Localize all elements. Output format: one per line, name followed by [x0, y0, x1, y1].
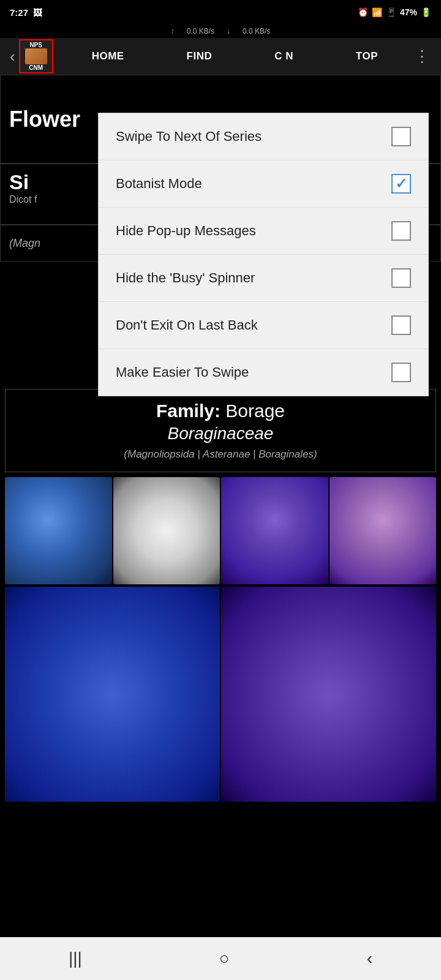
network-up-arrow: ↑	[171, 27, 175, 36]
family-title: Family: Borage	[15, 401, 426, 421]
checkbox-easier-swipe[interactable]	[391, 363, 411, 382]
logo-cnm: CNM	[29, 64, 43, 71]
status-left: 7:27 🖼	[10, 7, 42, 18]
checkbox-swipe[interactable]	[391, 127, 411, 146]
battery-percent: 47%	[400, 7, 417, 17]
photo-white-1[interactable]	[113, 477, 221, 584]
nav-cn[interactable]: C N	[268, 48, 300, 65]
dropdown-label-hide-popup: Hide Pop-up Messages	[116, 223, 256, 239]
dropdown-item-dont-exit[interactable]: Don't Exit On Last Back	[99, 302, 428, 349]
network-down-speed: 0.0 KB/s	[243, 27, 270, 36]
family-classification: (Magnoliopsida | Asteranae | Boraginales…	[15, 448, 426, 461]
dropdown-label-easier-swipe: Make Easier To Swipe	[116, 364, 249, 380]
photo-icon: 🖼	[33, 7, 42, 18]
magno-text: (Magn	[9, 237, 40, 250]
dropdown-menu: Swipe To Next Of Series Botanist Mode ✓ …	[98, 113, 429, 396]
checkmark-icon: ✓	[395, 176, 407, 191]
dropdown-label-botanist: Botanist Mode	[116, 176, 202, 192]
toolbar: ‹ NPS CNM HOME FIND C N TOP ⋮	[0, 38, 441, 75]
network-down-arrow: ↓	[227, 27, 230, 36]
checkbox-dont-exit[interactable]	[391, 315, 411, 335]
dropdown-item-hide-popup[interactable]: Hide Pop-up Messages	[99, 208, 428, 255]
logo-image	[25, 48, 47, 64]
dropdown-label-hide-spinner: Hide the 'Busy' Spinner	[116, 270, 255, 286]
dropdown-item-swipe[interactable]: Swipe To Next Of Series	[99, 113, 428, 160]
dropdown-item-botanist[interactable]: Botanist Mode ✓	[99, 160, 428, 208]
checkbox-hide-spinner[interactable]	[391, 268, 411, 288]
dropdown-label-dont-exit: Don't Exit On Last Back	[116, 317, 258, 333]
nav-back-button[interactable]: ‹	[342, 943, 397, 974]
flower-label: Flower	[9, 107, 80, 132]
nav-home[interactable]: HOME	[86, 48, 130, 65]
more-menu-button[interactable]: ⋮	[409, 42, 435, 71]
battery-icon: 🔋	[421, 7, 431, 17]
nav-top[interactable]: TOP	[350, 48, 384, 65]
nav-recent-apps[interactable]: |||	[44, 943, 107, 974]
logo-nps: NPS	[29, 42, 42, 48]
alarm-icon: ⏰	[358, 7, 368, 17]
wifi-icon: 📶	[372, 7, 382, 17]
app-logo[interactable]: NPS CNM	[19, 39, 53, 74]
family-title-bold: Family:	[156, 401, 221, 421]
back-button[interactable]: ‹	[6, 42, 19, 71]
family-title-suffix: Borage	[225, 401, 285, 421]
photo-purple-1[interactable]	[221, 477, 328, 584]
nav-home-button[interactable]: ○	[195, 943, 254, 974]
main-content: Flower Si Dicot f (Magn Family: Borage B…	[0, 75, 441, 802]
dropdown-item-hide-spinner[interactable]: Hide the 'Busy' Spinner	[99, 255, 428, 302]
status-right: ⏰ 📶 📱 47% 🔋	[358, 7, 431, 17]
dropdown-label-swipe: Swipe To Next Of Series	[116, 129, 262, 145]
nav-find[interactable]: FIND	[181, 48, 219, 65]
checkbox-hide-popup[interactable]	[391, 221, 411, 241]
checkbox-botanist[interactable]: ✓	[391, 174, 411, 194]
family-card: Family: Borage Boraginaceae (Magnoliopsi…	[5, 389, 436, 472]
photo-purple-2[interactable]	[221, 587, 436, 802]
dropdown-item-easier-swipe[interactable]: Make Easier To Swipe	[99, 349, 428, 396]
toolbar-nav: HOME FIND C N TOP	[61, 48, 409, 65]
photo-grid-row1	[5, 477, 436, 584]
status-bar: 7:27 🖼 ⏰ 📶 📱 47% 🔋	[0, 0, 441, 24]
signal-icon: 📱	[386, 7, 396, 17]
photo-blue-2[interactable]	[5, 587, 220, 802]
photo-blue-1[interactable]	[5, 477, 112, 584]
network-up-speed: 0.0 KB/s	[187, 27, 214, 36]
time: 7:27	[10, 7, 28, 18]
photo-grid-row2	[5, 587, 436, 802]
family-latin: Boraginaceae	[15, 424, 426, 443]
photo-lilac-1[interactable]	[330, 477, 437, 584]
bottom-nav: ||| ○ ‹	[0, 937, 441, 980]
network-bar: ↑ 0.0 KB/s ↓ 0.0 KB/s	[0, 24, 441, 38]
